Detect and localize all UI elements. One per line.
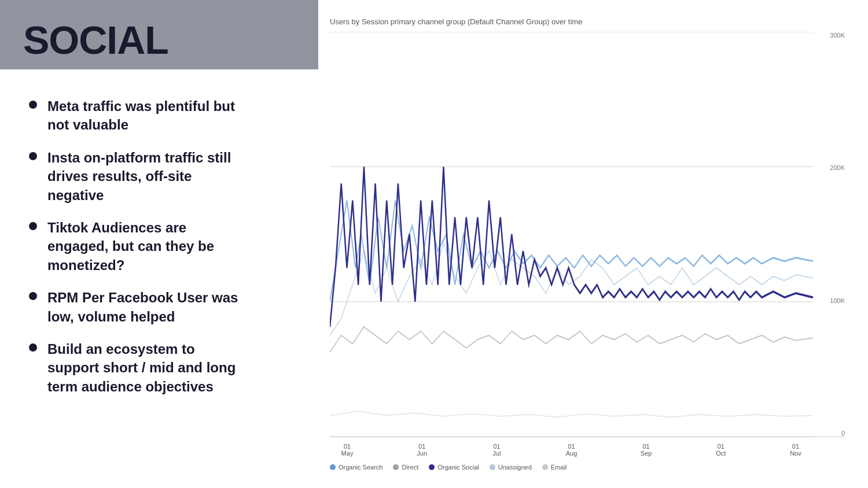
- bullet-dot: [29, 343, 37, 352]
- legend-organic-search: Organic Search: [330, 464, 382, 471]
- chart-svg-wrapper: [330, 32, 813, 437]
- x-label-oct: 01Oct: [704, 443, 738, 457]
- legend-direct: Direct: [393, 464, 418, 471]
- list-item: Build an ecosystem tosupport short / mid…: [29, 340, 295, 396]
- legend-dot-email: [542, 464, 548, 470]
- left-panel: SOCIAL Meta traffic was plentiful butnot…: [0, 0, 318, 488]
- bullet-dot: [29, 292, 37, 300]
- chart-title: Users by Session primary channel group (…: [330, 17, 845, 26]
- y-axis-labels: 300K 200K 100K 0: [816, 32, 845, 437]
- chart-area: 300K 200K 100K 0: [330, 32, 845, 437]
- legend-email: Email: [542, 464, 567, 471]
- bullet-text: Build an ecosystem tosupport short / mid…: [47, 340, 236, 396]
- legend-dot-organic-social: [429, 464, 435, 470]
- legend-label-unassigned: Unassigned: [498, 464, 532, 471]
- list-item: Tiktok Audiences areengaged, but can the…: [29, 219, 295, 275]
- page: SOCIAL Meta traffic was plentiful butnot…: [0, 0, 868, 488]
- chart-svg: [330, 32, 813, 437]
- y-label-200k: 200K: [830, 164, 845, 171]
- y-label-300k: 300K: [830, 32, 845, 39]
- bullet-text: Insta on-platform traffic stilldrives re…: [47, 149, 231, 205]
- bullet-text: Meta traffic was plentiful butnot valuab…: [47, 97, 235, 135]
- x-label-jul: 01Jul: [479, 443, 514, 457]
- legend-label-organic-social: Organic Social: [437, 464, 479, 471]
- x-label-sep: 01Sep: [629, 443, 664, 457]
- legend-label-organic-search: Organic Search: [339, 464, 382, 471]
- bullet-dot: [29, 101, 37, 109]
- legend-organic-social: Organic Social: [429, 464, 479, 471]
- x-label-jun: 01Jun: [404, 443, 439, 457]
- x-label-nov: 01Nov: [778, 443, 813, 457]
- bullet-dot: [29, 152, 37, 160]
- y-label-100k: 100K: [830, 297, 845, 304]
- bullets-list: Meta traffic was plentiful butnot valuab…: [23, 97, 295, 396]
- list-item: RPM Per Facebook User waslow, volume hel…: [29, 289, 295, 326]
- x-label-may: 01May: [330, 443, 365, 457]
- legend-dot-organic-search: [330, 464, 336, 470]
- x-axis-labels: 01May 01Jun 01Jul 01Aug 01Sep 01Oct 01No…: [330, 439, 845, 457]
- right-panel: Users by Session primary channel group (…: [318, 0, 868, 488]
- legend-label-email: Email: [551, 464, 567, 471]
- chart-legend: Organic Search Direct Organic Social Una…: [330, 464, 845, 471]
- bullet-text: RPM Per Facebook User waslow, volume hel…: [47, 289, 238, 326]
- list-item: Insta on-platform traffic stilldrives re…: [29, 149, 295, 205]
- list-item: Meta traffic was plentiful butnot valuab…: [29, 97, 295, 135]
- bullet-text: Tiktok Audiences areengaged, but can the…: [47, 219, 214, 275]
- page-title: SOCIAL: [23, 18, 168, 62]
- bullet-dot: [29, 222, 37, 230]
- legend-label-direct: Direct: [402, 464, 418, 471]
- chart-container: 300K 200K 100K 0: [330, 32, 845, 471]
- legend-dot-direct: [393, 464, 399, 470]
- x-label-aug: 01Aug: [554, 443, 589, 457]
- legend-dot-unassigned: [490, 464, 495, 470]
- title-block: SOCIAL: [0, 0, 318, 68]
- y-label-0: 0: [841, 430, 845, 437]
- legend-unassigned: Unassigned: [490, 464, 532, 471]
